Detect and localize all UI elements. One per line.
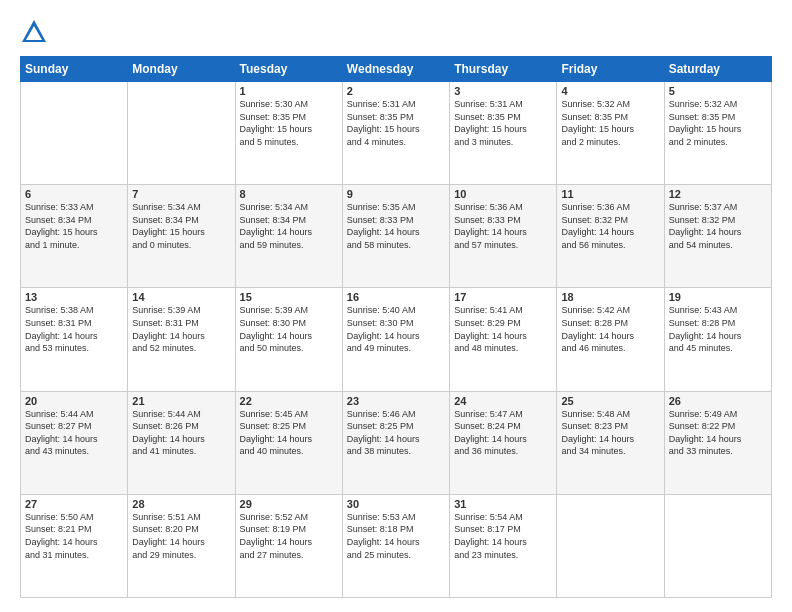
calendar-cell: 27Sunrise: 5:50 AM Sunset: 8:21 PM Dayli…: [21, 494, 128, 597]
calendar-cell: 16Sunrise: 5:40 AM Sunset: 8:30 PM Dayli…: [342, 288, 449, 391]
calendar-cell: 24Sunrise: 5:47 AM Sunset: 8:24 PM Dayli…: [450, 391, 557, 494]
calendar-cell: 25Sunrise: 5:48 AM Sunset: 8:23 PM Dayli…: [557, 391, 664, 494]
weekday-header-row: SundayMondayTuesdayWednesdayThursdayFrid…: [21, 57, 772, 82]
calendar-cell: 1Sunrise: 5:30 AM Sunset: 8:35 PM Daylig…: [235, 82, 342, 185]
day-number: 1: [240, 85, 338, 97]
day-number: 19: [669, 291, 767, 303]
day-info: Sunrise: 5:36 AM Sunset: 8:32 PM Dayligh…: [561, 201, 659, 251]
day-number: 14: [132, 291, 230, 303]
day-info: Sunrise: 5:31 AM Sunset: 8:35 PM Dayligh…: [454, 98, 552, 148]
day-info: Sunrise: 5:38 AM Sunset: 8:31 PM Dayligh…: [25, 304, 123, 354]
day-info: Sunrise: 5:51 AM Sunset: 8:20 PM Dayligh…: [132, 511, 230, 561]
calendar-cell: 26Sunrise: 5:49 AM Sunset: 8:22 PM Dayli…: [664, 391, 771, 494]
day-number: 31: [454, 498, 552, 510]
day-info: Sunrise: 5:35 AM Sunset: 8:33 PM Dayligh…: [347, 201, 445, 251]
calendar-cell: 12Sunrise: 5:37 AM Sunset: 8:32 PM Dayli…: [664, 185, 771, 288]
day-number: 7: [132, 188, 230, 200]
day-info: Sunrise: 5:48 AM Sunset: 8:23 PM Dayligh…: [561, 408, 659, 458]
weekday-header-sunday: Sunday: [21, 57, 128, 82]
calendar-week-3: 13Sunrise: 5:38 AM Sunset: 8:31 PM Dayli…: [21, 288, 772, 391]
day-number: 10: [454, 188, 552, 200]
day-number: 23: [347, 395, 445, 407]
calendar-week-5: 27Sunrise: 5:50 AM Sunset: 8:21 PM Dayli…: [21, 494, 772, 597]
calendar-cell: 9Sunrise: 5:35 AM Sunset: 8:33 PM Daylig…: [342, 185, 449, 288]
day-number: 2: [347, 85, 445, 97]
day-number: 15: [240, 291, 338, 303]
calendar-cell: 5Sunrise: 5:32 AM Sunset: 8:35 PM Daylig…: [664, 82, 771, 185]
calendar-week-2: 6Sunrise: 5:33 AM Sunset: 8:34 PM Daylig…: [21, 185, 772, 288]
day-number: 22: [240, 395, 338, 407]
logo: [20, 18, 52, 46]
day-number: 21: [132, 395, 230, 407]
header: [20, 18, 772, 46]
calendar-cell: 21Sunrise: 5:44 AM Sunset: 8:26 PM Dayli…: [128, 391, 235, 494]
day-info: Sunrise: 5:42 AM Sunset: 8:28 PM Dayligh…: [561, 304, 659, 354]
calendar-cell: 15Sunrise: 5:39 AM Sunset: 8:30 PM Dayli…: [235, 288, 342, 391]
day-info: Sunrise: 5:34 AM Sunset: 8:34 PM Dayligh…: [132, 201, 230, 251]
weekday-header-monday: Monday: [128, 57, 235, 82]
day-info: Sunrise: 5:44 AM Sunset: 8:27 PM Dayligh…: [25, 408, 123, 458]
calendar-cell: 17Sunrise: 5:41 AM Sunset: 8:29 PM Dayli…: [450, 288, 557, 391]
day-number: 30: [347, 498, 445, 510]
day-number: 20: [25, 395, 123, 407]
day-number: 13: [25, 291, 123, 303]
day-info: Sunrise: 5:44 AM Sunset: 8:26 PM Dayligh…: [132, 408, 230, 458]
day-number: 17: [454, 291, 552, 303]
calendar-cell: [557, 494, 664, 597]
calendar-cell: 8Sunrise: 5:34 AM Sunset: 8:34 PM Daylig…: [235, 185, 342, 288]
day-info: Sunrise: 5:53 AM Sunset: 8:18 PM Dayligh…: [347, 511, 445, 561]
day-number: 12: [669, 188, 767, 200]
calendar-cell: 14Sunrise: 5:39 AM Sunset: 8:31 PM Dayli…: [128, 288, 235, 391]
day-info: Sunrise: 5:47 AM Sunset: 8:24 PM Dayligh…: [454, 408, 552, 458]
weekday-header-wednesday: Wednesday: [342, 57, 449, 82]
day-info: Sunrise: 5:40 AM Sunset: 8:30 PM Dayligh…: [347, 304, 445, 354]
day-number: 4: [561, 85, 659, 97]
calendar-week-1: 1Sunrise: 5:30 AM Sunset: 8:35 PM Daylig…: [21, 82, 772, 185]
weekday-header-thursday: Thursday: [450, 57, 557, 82]
day-info: Sunrise: 5:39 AM Sunset: 8:31 PM Dayligh…: [132, 304, 230, 354]
calendar-cell: 6Sunrise: 5:33 AM Sunset: 8:34 PM Daylig…: [21, 185, 128, 288]
day-number: 28: [132, 498, 230, 510]
calendar-cell: 20Sunrise: 5:44 AM Sunset: 8:27 PM Dayli…: [21, 391, 128, 494]
calendar-cell: 23Sunrise: 5:46 AM Sunset: 8:25 PM Dayli…: [342, 391, 449, 494]
calendar-cell: 13Sunrise: 5:38 AM Sunset: 8:31 PM Dayli…: [21, 288, 128, 391]
calendar-week-4: 20Sunrise: 5:44 AM Sunset: 8:27 PM Dayli…: [21, 391, 772, 494]
day-info: Sunrise: 5:34 AM Sunset: 8:34 PM Dayligh…: [240, 201, 338, 251]
day-info: Sunrise: 5:33 AM Sunset: 8:34 PM Dayligh…: [25, 201, 123, 251]
day-info: Sunrise: 5:45 AM Sunset: 8:25 PM Dayligh…: [240, 408, 338, 458]
calendar-table: SundayMondayTuesdayWednesdayThursdayFrid…: [20, 56, 772, 598]
calendar-cell: 19Sunrise: 5:43 AM Sunset: 8:28 PM Dayli…: [664, 288, 771, 391]
calendar-cell: 10Sunrise: 5:36 AM Sunset: 8:33 PM Dayli…: [450, 185, 557, 288]
day-number: 26: [669, 395, 767, 407]
day-number: 6: [25, 188, 123, 200]
day-info: Sunrise: 5:32 AM Sunset: 8:35 PM Dayligh…: [561, 98, 659, 148]
calendar-cell: 4Sunrise: 5:32 AM Sunset: 8:35 PM Daylig…: [557, 82, 664, 185]
day-info: Sunrise: 5:46 AM Sunset: 8:25 PM Dayligh…: [347, 408, 445, 458]
calendar-cell: 22Sunrise: 5:45 AM Sunset: 8:25 PM Dayli…: [235, 391, 342, 494]
calendar-cell: [128, 82, 235, 185]
calendar-cell: 29Sunrise: 5:52 AM Sunset: 8:19 PM Dayli…: [235, 494, 342, 597]
day-number: 18: [561, 291, 659, 303]
calendar-cell: [21, 82, 128, 185]
day-info: Sunrise: 5:36 AM Sunset: 8:33 PM Dayligh…: [454, 201, 552, 251]
day-info: Sunrise: 5:50 AM Sunset: 8:21 PM Dayligh…: [25, 511, 123, 561]
day-number: 5: [669, 85, 767, 97]
calendar-cell: 18Sunrise: 5:42 AM Sunset: 8:28 PM Dayli…: [557, 288, 664, 391]
day-number: 3: [454, 85, 552, 97]
day-info: Sunrise: 5:54 AM Sunset: 8:17 PM Dayligh…: [454, 511, 552, 561]
day-info: Sunrise: 5:49 AM Sunset: 8:22 PM Dayligh…: [669, 408, 767, 458]
logo-icon: [20, 18, 48, 46]
calendar-cell: [664, 494, 771, 597]
calendar-cell: 31Sunrise: 5:54 AM Sunset: 8:17 PM Dayli…: [450, 494, 557, 597]
weekday-header-saturday: Saturday: [664, 57, 771, 82]
day-info: Sunrise: 5:32 AM Sunset: 8:35 PM Dayligh…: [669, 98, 767, 148]
day-number: 8: [240, 188, 338, 200]
weekday-header-tuesday: Tuesday: [235, 57, 342, 82]
calendar-cell: 30Sunrise: 5:53 AM Sunset: 8:18 PM Dayli…: [342, 494, 449, 597]
day-number: 24: [454, 395, 552, 407]
calendar-cell: 28Sunrise: 5:51 AM Sunset: 8:20 PM Dayli…: [128, 494, 235, 597]
day-number: 16: [347, 291, 445, 303]
calendar-cell: 3Sunrise: 5:31 AM Sunset: 8:35 PM Daylig…: [450, 82, 557, 185]
day-number: 25: [561, 395, 659, 407]
calendar-cell: 11Sunrise: 5:36 AM Sunset: 8:32 PM Dayli…: [557, 185, 664, 288]
